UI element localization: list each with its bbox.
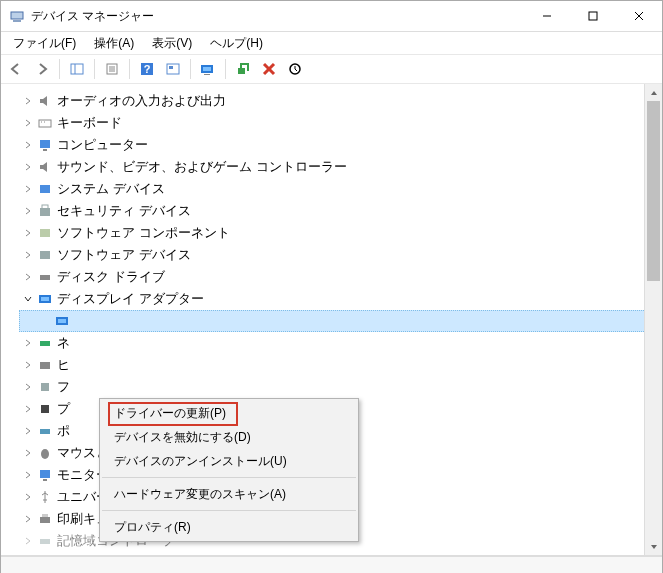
context-menu: ドライバーの更新(P) デバイスを無効にする(D) デバイスのアンインストール(… [99, 398, 359, 542]
speaker-icon [37, 93, 53, 109]
monitor-icon [37, 467, 53, 483]
scroll-track[interactable] [645, 101, 662, 538]
mouse-icon [37, 445, 53, 461]
tree-node-system[interactable]: システム デバイス [19, 178, 662, 200]
show-hide-tree-button[interactable] [66, 58, 88, 80]
uninstall-device-icon[interactable] [258, 58, 280, 80]
svg-rect-0 [11, 12, 23, 19]
svg-rect-18 [204, 74, 210, 75]
forward-button[interactable] [31, 58, 53, 80]
tree-node-firmware[interactable]: フ [19, 376, 662, 398]
software-device-icon [37, 247, 53, 263]
context-uninstall-device[interactable]: デバイスのアンインストール(U) [100, 449, 358, 473]
scroll-up-button[interactable] [645, 84, 662, 101]
menu-help[interactable]: ヘルプ(H) [202, 33, 271, 54]
svg-rect-37 [58, 319, 66, 323]
tree-node-security[interactable]: セキュリティ デバイス [19, 200, 662, 222]
properties-button[interactable] [101, 58, 123, 80]
context-disable-device[interactable]: デバイスを無効にする(D) [100, 425, 358, 449]
tree-node-sound-video-game[interactable]: サウンド、ビデオ、およびゲーム コントローラー [19, 156, 662, 178]
scroll-thumb[interactable] [647, 101, 660, 281]
close-button[interactable] [616, 1, 662, 31]
svg-rect-42 [40, 429, 50, 434]
svg-rect-3 [589, 12, 597, 20]
context-update-driver[interactable]: ドライバーの更新(P) [100, 401, 358, 425]
chevron-right-icon[interactable] [21, 94, 35, 108]
context-properties[interactable]: プロパティ(R) [100, 515, 358, 539]
context-separator [102, 477, 356, 478]
system-icon [37, 181, 53, 197]
help-icon[interactable]: ? [136, 58, 158, 80]
svg-rect-23 [39, 120, 51, 127]
svg-rect-17 [203, 67, 211, 71]
svg-rect-48 [40, 539, 50, 544]
svg-rect-31 [40, 229, 50, 237]
security-icon [37, 203, 53, 219]
scan-hardware-icon[interactable] [284, 58, 306, 80]
svg-rect-41 [41, 405, 49, 413]
svg-rect-33 [40, 275, 50, 280]
menu-file[interactable]: ファイル(F) [5, 33, 84, 54]
device-manager-window: デバイス マネージャー ファイル(F) 操作(A) 表示(V) ヘルプ(H) ? [0, 0, 663, 573]
toolbar-icon-1[interactable] [162, 58, 184, 80]
titlebar: デバイス マネージャー [1, 1, 662, 32]
update-driver-icon[interactable] [197, 58, 219, 80]
keyboard-icon [37, 115, 53, 131]
computer-icon [37, 137, 53, 153]
svg-rect-44 [40, 470, 50, 478]
usb-icon [37, 489, 53, 505]
svg-rect-28 [40, 185, 50, 193]
component-icon [37, 225, 53, 241]
scroll-down-button[interactable] [645, 538, 662, 555]
tree-node-network[interactable]: ネ [19, 332, 662, 354]
svg-rect-46 [40, 517, 50, 523]
svg-rect-32 [40, 251, 50, 259]
window-title: デバイス マネージャー [31, 8, 524, 25]
statusbar [1, 556, 662, 573]
storage-icon [37, 533, 53, 549]
display-adapter-icon [54, 313, 70, 329]
svg-rect-26 [40, 140, 50, 148]
svg-rect-6 [71, 64, 83, 74]
svg-rect-38 [40, 341, 50, 346]
tree-node-software-components[interactable]: ソフトウェア コンポーネント [19, 222, 662, 244]
tree-node-display[interactable]: ディスプレイ アダプター [19, 288, 662, 310]
back-button[interactable] [5, 58, 27, 80]
processor-icon [37, 401, 53, 417]
tree-node-hid[interactable]: ヒ [19, 354, 662, 376]
firmware-icon [37, 379, 53, 395]
menu-action[interactable]: 操作(A) [86, 33, 142, 54]
maximize-button[interactable] [570, 1, 616, 31]
svg-rect-47 [42, 514, 48, 517]
tree-node-computer[interactable]: コンピューター [19, 134, 662, 156]
svg-rect-40 [41, 383, 49, 391]
menubar: ファイル(F) 操作(A) 表示(V) ヘルプ(H) [1, 32, 662, 54]
tree-node-keyboard[interactable]: キーボード [19, 112, 662, 134]
svg-rect-19 [238, 68, 245, 74]
svg-rect-15 [169, 66, 173, 69]
svg-text:?: ? [144, 63, 151, 75]
tree-node-display-child-selected[interactable] [19, 310, 662, 332]
toolbar: ? [1, 54, 662, 84]
tree-node-software-devices[interactable]: ソフトウェア デバイス [19, 244, 662, 266]
speaker-icon [37, 159, 53, 175]
disk-icon [37, 269, 53, 285]
menu-view[interactable]: 表示(V) [144, 33, 200, 54]
chevron-down-icon[interactable] [21, 292, 35, 306]
context-separator [102, 510, 356, 511]
svg-rect-39 [40, 362, 50, 369]
enable-device-icon[interactable] [232, 58, 254, 80]
hid-icon [37, 357, 53, 373]
svg-rect-35 [41, 297, 49, 301]
tree-node-audio[interactable]: オーディオの入力および出力 [19, 90, 662, 112]
svg-rect-1 [13, 20, 21, 22]
context-scan-hardware[interactable]: ハードウェア変更のスキャン(A) [100, 482, 358, 506]
svg-point-43 [41, 449, 49, 459]
vertical-scrollbar[interactable] [644, 84, 662, 555]
svg-rect-27 [43, 149, 47, 151]
tree-node-disk[interactable]: ディスク ドライブ [19, 266, 662, 288]
app-icon [9, 8, 25, 24]
svg-rect-45 [43, 479, 47, 481]
display-adapter-icon [37, 291, 53, 307]
minimize-button[interactable] [524, 1, 570, 31]
